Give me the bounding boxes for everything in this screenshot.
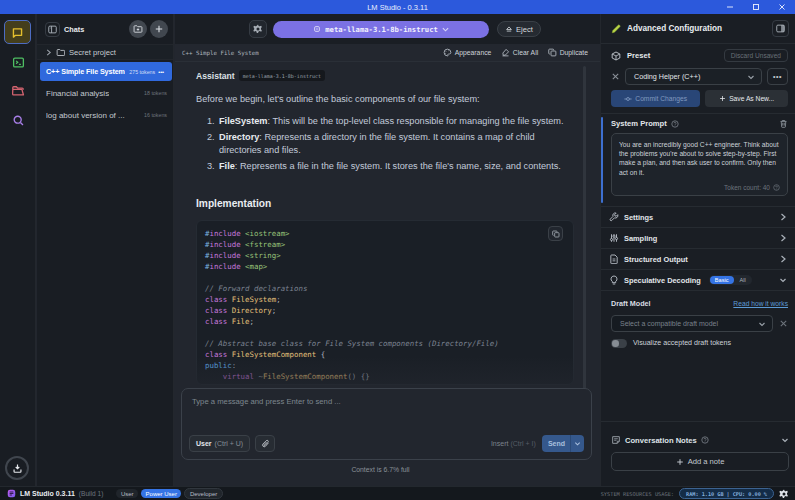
new-chat-button[interactable] [150, 20, 168, 38]
send-options-button[interactable] [571, 440, 584, 447]
draft-select-placeholder: Select a compatible draft model [620, 320, 718, 327]
help-icon [671, 120, 679, 128]
draft-model-label: Draft Model [611, 299, 651, 308]
speculative-decoding-section-row[interactable]: Speculative Decoding Basic All [601, 270, 795, 291]
appearance-button[interactable]: Appearance [443, 48, 491, 57]
nav-my-models-button[interactable] [0, 85, 36, 98]
preset-select[interactable]: Coding Helper (C++) [625, 68, 762, 85]
visualize-tokens-row: Visualize accepted draft tokens [611, 339, 788, 348]
nav-discover-button[interactable] [0, 114, 36, 127]
mode-basic-pill[interactable]: Basic [710, 276, 734, 284]
appearance-label: Appearance [455, 49, 492, 56]
insert-button[interactable]: Insert (Ctrl + I) [491, 440, 536, 447]
mode-developer[interactable]: Developer [184, 488, 222, 499]
visualize-tokens-label: Visualize accepted draft tokens [633, 339, 731, 347]
composer-right-actions: Insert (Ctrl + I) Send [491, 435, 584, 452]
collapse-panel-button[interactable] [772, 20, 789, 37]
chat-item[interactable]: log about version of ... 16 tokens [37, 105, 173, 125]
chat-transcript: Assistant meta-llama-3.1-8b-instruct Bef… [196, 62, 574, 385]
preset-selector-row: Coding Helper (C++) ••• [611, 68, 788, 85]
role-user-button[interactable]: User (Ctrl + U) [189, 435, 250, 452]
sampling-section-row[interactable]: Sampling [601, 228, 795, 249]
code-line: #include <map> [205, 261, 565, 272]
mode-all-pill[interactable]: All [735, 276, 751, 284]
config-panel-header: Advanced Configuration [601, 14, 795, 44]
plus-icon [676, 458, 684, 466]
window-title: LM Studio - 0.3.11 [367, 3, 428, 12]
chevron-down-icon [781, 436, 789, 444]
nav-developer-button[interactable] [0, 56, 36, 69]
save-as-new-button[interactable]: Save As New... [705, 90, 788, 107]
chevron-right-icon [779, 255, 787, 263]
model-settings-button[interactable] [249, 20, 267, 38]
preset-menu-button[interactable]: ••• [767, 68, 788, 85]
commit-changes-button[interactable]: Commit Changes [611, 90, 700, 107]
add-note-button[interactable]: Add a note [611, 452, 789, 471]
chat-item-title: log about version of ... [46, 111, 125, 120]
list-item-text: FileSystem: This will be the top-level c… [219, 115, 564, 129]
mode-power-user[interactable]: Power User [141, 489, 181, 498]
trash-icon[interactable] [779, 119, 788, 128]
ram-usage: RAM: 1.10 GB [686, 491, 723, 497]
maximize-button[interactable] [743, 0, 769, 14]
code-line: class Directory; [205, 305, 565, 316]
system-prompt-text: You are an incredibly good C++ engineer.… [619, 140, 780, 177]
mode-user[interactable]: User [116, 489, 138, 498]
clear-draft-icon[interactable] [779, 319, 788, 328]
conversation-notes-header[interactable]: Conversation Notes [611, 435, 789, 445]
chat-item-menu-icon[interactable]: ••• [158, 69, 164, 75]
loaded-model-selector[interactable]: meta-llama-3.1-8b-instruct [273, 21, 489, 38]
close-button[interactable] [769, 0, 795, 14]
code-line [205, 272, 565, 283]
panel-right-icon [776, 24, 785, 33]
statusbar: LM Studio 0.3.11 (Build 1) User Power Us… [0, 486, 795, 500]
code-line: // Abstract base class for File System c… [205, 338, 565, 349]
structured-output-section-row[interactable]: Structured Output [601, 249, 795, 270]
clear-all-button[interactable]: Clear All [501, 48, 538, 57]
code-line: public: [205, 360, 565, 371]
system-prompt-textarea[interactable]: You are an incredibly good C++ engineer.… [611, 133, 788, 196]
copy-code-button[interactable] [548, 226, 563, 241]
chevron-right-icon [779, 234, 787, 242]
chat-item-selected[interactable]: C++ Simple File System 275 tokens ••• [40, 62, 172, 81]
message-input-box[interactable]: Type a message and press Enter to send .… [181, 388, 592, 460]
eject-model-button[interactable]: Eject [497, 21, 541, 37]
new-folder-button[interactable] [129, 20, 147, 38]
code-content: #include <iostream>#include <fstream>#in… [205, 228, 565, 382]
document-icon [609, 254, 619, 264]
draft-select-row: Select a compatible draft model [611, 315, 788, 332]
draft-model-select[interactable]: Select a compatible draft model [611, 315, 773, 332]
settings-section-row[interactable]: Settings [601, 207, 795, 228]
window-controls [717, 0, 795, 14]
resources-usage-pill[interactable]: RAM: 1.10 GB | CPU: 0.00 % [679, 488, 774, 499]
discard-unsaved-button[interactable]: Discard Unsaved [724, 49, 788, 62]
clear-preset-icon[interactable] [611, 72, 620, 81]
maximize-icon [752, 3, 760, 11]
code-line: #include <iostream> [205, 228, 565, 239]
duplicate-button[interactable]: Duplicate [548, 48, 588, 57]
folder-plus-icon [133, 24, 143, 34]
code-line: class FileSystemComponent { [205, 349, 565, 360]
chevron-down-icon [758, 320, 766, 328]
minimize-button[interactable] [717, 0, 743, 14]
clear-icon [501, 48, 510, 57]
gear-icon [253, 24, 263, 34]
read-how-it-works-link[interactable]: Read how it works [733, 300, 788, 307]
settings-gear-icon[interactable] [779, 489, 789, 499]
downloads-button[interactable] [5, 456, 29, 480]
send-button[interactable]: Send [542, 435, 584, 452]
eject-icon [505, 25, 513, 33]
list-item-text: File: Represents a file in the file syst… [219, 160, 561, 174]
visualize-tokens-toggle[interactable] [611, 339, 627, 348]
sidebar-toggle-button[interactable] [45, 22, 60, 37]
chip-icon [313, 25, 321, 33]
role-user-shortcut: (Ctrl + U) [215, 440, 244, 447]
folder-icon [11, 85, 25, 98]
attach-file-button[interactable] [255, 435, 275, 452]
nav-chat-button[interactable] [4, 20, 31, 44]
chat-item[interactable]: Financial analysis 18 tokens [37, 83, 173, 103]
conversation-notes-section: Conversation Notes Add a note [601, 421, 795, 486]
sidebar-folder-secret-project[interactable]: Secret project [37, 44, 173, 60]
paperclip-icon [261, 439, 270, 449]
preset-section: Preset Discard Unsaved Coding Helper (C+… [601, 44, 795, 114]
